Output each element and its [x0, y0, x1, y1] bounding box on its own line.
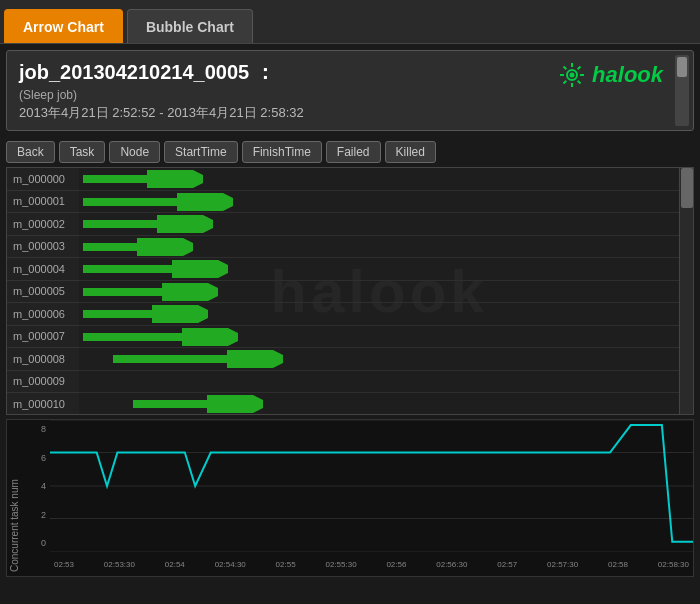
y-tick-8: 8	[22, 424, 50, 434]
x-tick-11: 02:58:30	[658, 560, 689, 569]
line-chart-svg	[50, 420, 693, 552]
arrow-0	[83, 170, 203, 188]
svg-line-5	[564, 67, 567, 70]
starttime-button[interactable]: StartTime	[164, 141, 238, 163]
y-axis-ticks: 0 2 4 6 8	[22, 420, 50, 552]
failed-button[interactable]: Failed	[326, 141, 381, 163]
x-tick-3: 02:54:30	[215, 560, 246, 569]
y-axis-label: Concurrent task num	[7, 420, 22, 576]
chart-canvas	[50, 420, 693, 552]
row-label-7: m_000007	[7, 326, 79, 349]
row-label-10: m_000010	[7, 393, 79, 415]
halook-text: halook	[592, 62, 663, 88]
arrow-1	[83, 193, 233, 211]
x-tick-0: 02:53	[54, 560, 74, 569]
x-axis: 02:53 02:53:30 02:54 02:54:30 02:55 02:5…	[50, 552, 693, 576]
finishtime-button[interactable]: FinishTime	[242, 141, 322, 163]
arrow-row-9	[79, 371, 679, 394]
arrow-rows: halook	[79, 168, 679, 414]
gear-icon	[558, 61, 586, 89]
x-tick-8: 02:57	[497, 560, 517, 569]
arrow-4	[83, 260, 228, 278]
x-tick-2: 02:54	[165, 560, 185, 569]
y-tick-6: 6	[22, 453, 50, 463]
x-tick-4: 02:55	[276, 560, 296, 569]
killed-button[interactable]: Killed	[385, 141, 436, 163]
arrow-row-0	[79, 168, 679, 191]
arrow-row-4	[79, 258, 679, 281]
row-label-3: m_000003	[7, 236, 79, 259]
row-label-8: m_000008	[7, 348, 79, 371]
x-tick-6: 02:56	[386, 560, 406, 569]
row-label-2: m_000002	[7, 213, 79, 236]
tab-arrow-label: Arrow Chart	[23, 19, 104, 35]
tab-bar: Arrow Chart Bubble Chart	[0, 0, 700, 44]
node-button[interactable]: Node	[109, 141, 160, 163]
row-label-6: m_000006	[7, 303, 79, 326]
arrow-row-6	[79, 303, 679, 326]
job-info-panel: job_201304210214_0005 ： (Sleep job) 2013…	[6, 50, 694, 131]
halook-logo: halook	[558, 61, 663, 89]
svg-line-6	[578, 81, 581, 84]
task-button[interactable]: Task	[59, 141, 106, 163]
arrow-10	[133, 395, 263, 413]
scrollbar-v-thumb	[681, 168, 693, 208]
svg-line-7	[578, 67, 581, 70]
arrow-7	[83, 328, 238, 346]
y-tick-0: 0	[22, 538, 50, 548]
job-timerange: 2013年4月21日 2:52:52 - 2013年4月21日 2:58:32	[19, 104, 681, 122]
button-row: Back Task Node StartTime FinishTime Fail…	[0, 137, 700, 167]
x-tick-9: 02:57:30	[547, 560, 578, 569]
row-label-4: m_000004	[7, 258, 79, 281]
row-labels: m_000000 m_000001 m_000002 m_000003 m_00…	[7, 168, 79, 414]
x-tick-5: 02:55:30	[325, 560, 356, 569]
arrow-row-3	[79, 236, 679, 259]
job-subtitle: (Sleep job)	[19, 88, 681, 102]
tab-arrow-chart[interactable]: Arrow Chart	[4, 9, 123, 43]
tab-bubble-label: Bubble Chart	[146, 19, 234, 35]
arrow-row-7	[79, 326, 679, 349]
arrow-8	[113, 350, 283, 368]
arrow-row-1	[79, 191, 679, 214]
row-label-9: m_000009	[7, 371, 79, 394]
svg-point-9	[570, 73, 575, 78]
svg-line-8	[564, 81, 567, 84]
job-info-scrollbar[interactable]	[675, 55, 689, 126]
row-label-5: m_000005	[7, 281, 79, 304]
y-tick-4: 4	[22, 481, 50, 491]
row-label-1: m_000001	[7, 191, 79, 214]
back-button[interactable]: Back	[6, 141, 55, 163]
arrow-row-10	[79, 393, 679, 414]
scrollbar-thumb	[677, 57, 687, 77]
arrow-6	[83, 305, 208, 323]
bottom-chart: Concurrent task num 0 2 4 6 8 02:53 02:5…	[6, 419, 694, 577]
arrow-row-8	[79, 348, 679, 371]
y-tick-2: 2	[22, 510, 50, 520]
chart-inner: 0 2 4 6 8 02:53 02:53:30 02:54 02:54:30	[22, 420, 693, 576]
arrow-5	[83, 283, 218, 301]
arrow-chart-area: m_000000 m_000001 m_000002 m_000003 m_00…	[6, 167, 694, 415]
arrow-2	[83, 215, 213, 233]
tab-bubble-chart[interactable]: Bubble Chart	[127, 9, 253, 43]
x-tick-7: 02:56:30	[436, 560, 467, 569]
x-tick-1: 02:53:30	[104, 560, 135, 569]
arrow-row-5	[79, 281, 679, 304]
arrow-row-2	[79, 213, 679, 236]
x-tick-10: 02:58	[608, 560, 628, 569]
arrow-3	[83, 238, 193, 256]
row-label-0: m_000000	[7, 168, 79, 191]
chart-scrollbar-v[interactable]	[679, 168, 693, 414]
